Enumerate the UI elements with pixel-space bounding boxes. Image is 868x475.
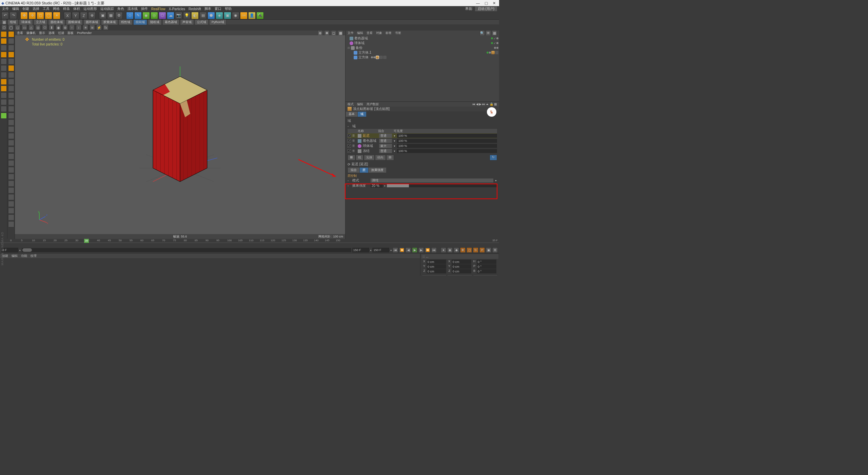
snap-mode[interactable] <box>1 99 7 105</box>
play-button[interactable]: ▶ <box>412 247 417 253</box>
om-menu-item[interactable]: 书签 <box>395 31 401 35</box>
x-value[interactable]: 0 cm <box>427 260 446 264</box>
coord-size-dropdown[interactable]: 绝对尺寸 <box>447 275 472 276</box>
attr-menu-item[interactable]: 模式 <box>348 102 354 107</box>
move-tool[interactable]: ✢ <box>28 12 36 19</box>
om-menu-item[interactable]: 标签 <box>386 31 392 35</box>
strip-icon[interactable]: ⬭ <box>42 25 47 30</box>
field-type[interactable]: 声音域 <box>180 19 194 25</box>
strip-icon[interactable]: ⬍ <box>49 25 54 30</box>
z-value[interactable]: 0 cm <box>427 269 446 273</box>
tool-slot[interactable] <box>8 99 14 105</box>
om-menu-item[interactable]: 编辑 <box>357 31 363 35</box>
current-frame-b[interactable]: 150 F <box>372 248 389 252</box>
vp-nav-icon[interactable]: ⊕ <box>317 30 323 36</box>
maximize-button[interactable]: ▢ <box>485 1 488 5</box>
tab-fields[interactable]: 域 <box>358 112 366 117</box>
strip-icon[interactable]: ◯ <box>8 25 14 30</box>
strip-icon[interactable]: ⊛ <box>62 25 68 30</box>
tool-slot[interactable] <box>8 79 14 85</box>
menu-item[interactable]: 工具 <box>43 6 50 11</box>
timeline-cursor[interactable]: 35 <box>84 239 89 243</box>
layer-btn[interactable]: 径向 <box>375 155 386 160</box>
field-type[interactable]: 圆锥体域 <box>66 19 83 25</box>
attr-menu-item[interactable]: 编辑 <box>357 102 363 107</box>
next-key-button[interactable]: ⏩ <box>425 247 430 253</box>
tool-slot[interactable] <box>8 38 14 44</box>
visibility-value[interactable]: 100 % <box>397 134 497 138</box>
render-view-button[interactable]: ▣ <box>99 12 106 19</box>
volume-button[interactable]: ▤ <box>199 12 207 19</box>
field-type[interactable]: 球体域 <box>19 19 33 25</box>
nav-last-icon[interactable]: ⏭ <box>482 102 485 106</box>
object-mode[interactable] <box>1 38 7 44</box>
field-icon[interactable]: ▦ <box>1 19 7 25</box>
h-value[interactable]: 0 ° <box>477 260 496 264</box>
vp-menu-item[interactable]: 面板 <box>67 31 74 35</box>
mode-dropdown[interactable]: 弹性 <box>371 178 493 183</box>
om-filter-icon[interactable]: 👁 <box>486 30 491 36</box>
vertex-map-tag-icon[interactable] <box>376 56 379 59</box>
idea-button[interactable]: ◐ <box>191 12 199 19</box>
subtab-layer[interactable]: 层 <box>360 168 368 173</box>
obj-row[interactable]: 球体域 ✓ <box>346 41 498 45</box>
field-row[interactable]: ✓ ⠿ 延迟 普通 ▼ 100 % <box>348 133 497 138</box>
undo-button[interactable]: ↶ <box>1 12 9 19</box>
tool-slot[interactable] <box>8 86 14 92</box>
mm-menu-item[interactable]: 编辑 <box>12 254 18 258</box>
axis-mode[interactable] <box>1 79 7 85</box>
obj-row[interactable]: 立方体.1 <box>346 50 498 55</box>
field-type[interactable]: 公式域 <box>195 19 209 25</box>
menu-item[interactable]: RealFlow <box>151 7 165 11</box>
key-pos-button[interactable]: ✥ <box>460 247 466 253</box>
texture-mode[interactable] <box>1 45 7 51</box>
keyframe-button[interactable]: ◆ <box>454 247 459 253</box>
plugin-button[interactable]: 🔌 <box>256 12 264 19</box>
vp-menu-item[interactable]: ProRender <box>77 31 92 35</box>
vp-menu-item[interactable]: 显示 <box>39 31 45 35</box>
field-type[interactable]: 圆柱体域 <box>48 19 65 25</box>
camera-button[interactable]: 📷 <box>175 12 182 19</box>
strip-icon[interactable]: △ <box>28 25 34 30</box>
field-type[interactable]: 胶囊体域 <box>101 19 118 25</box>
tool-slot[interactable] <box>8 174 14 180</box>
menu-item[interactable]: 脚本 <box>204 6 211 11</box>
strip-icon[interactable]: ⬡ <box>1 25 7 30</box>
tool-slot[interactable] <box>8 133 14 139</box>
om-menu-item[interactable]: 查看 <box>367 31 373 35</box>
environment-button[interactable]: ☁ <box>167 12 174 19</box>
om-menu-item[interactable]: 文件 <box>348 31 354 35</box>
timeline-options-button[interactable]: ⚙ <box>492 247 498 253</box>
sy-value[interactable]: 0 cm <box>452 264 471 269</box>
generator-button[interactable]: ◎ <box>151 12 158 19</box>
point-mode[interactable] <box>1 58 7 64</box>
tool-slot[interactable] <box>8 58 14 64</box>
nav-prev-icon[interactable]: ◀ <box>476 102 478 106</box>
menu-item[interactable]: 创建 <box>22 6 29 11</box>
tool-slot[interactable] <box>8 180 14 187</box>
axis-x-button[interactable]: X <box>64 12 71 19</box>
blend-dropdown[interactable]: 普通 <box>379 139 392 143</box>
coord-system-button[interactable]: ⊕ <box>88 12 96 19</box>
sz-value[interactable]: 0 cm <box>452 269 471 273</box>
phong-tag-icon[interactable] <box>495 51 498 54</box>
sx-value[interactable]: 0 cm <box>452 260 471 264</box>
render-settings-button[interactable]: ⚙ <box>115 12 123 19</box>
record-button[interactable]: ● <box>441 247 446 253</box>
lock-mode[interactable] <box>1 106 7 112</box>
menu-item[interactable]: 插件 <box>141 6 148 11</box>
edge-mode[interactable] <box>1 65 7 71</box>
vp-menu-item[interactable]: 摄像机 <box>26 31 36 35</box>
tool-slot[interactable] <box>8 214 14 221</box>
key-rot-button[interactable]: ↻ <box>473 247 478 253</box>
field-button[interactable]: ▣ <box>224 12 231 19</box>
mograph-button[interactable]: ⬢ <box>208 12 215 19</box>
field-row[interactable]: ✓ ⠿ 球体域 最大 ▼ 100 % <box>348 144 497 148</box>
enable-checkbox[interactable]: ✓ <box>348 139 351 142</box>
blend-dropdown[interactable]: 普通 <box>379 149 392 153</box>
axis-z-button[interactable]: Z <box>80 12 87 19</box>
poly-mode[interactable] <box>1 72 7 78</box>
tool-slot[interactable] <box>8 147 14 153</box>
move-icon[interactable] <box>8 31 14 37</box>
strip-icon[interactable]: ↕ <box>76 25 81 30</box>
